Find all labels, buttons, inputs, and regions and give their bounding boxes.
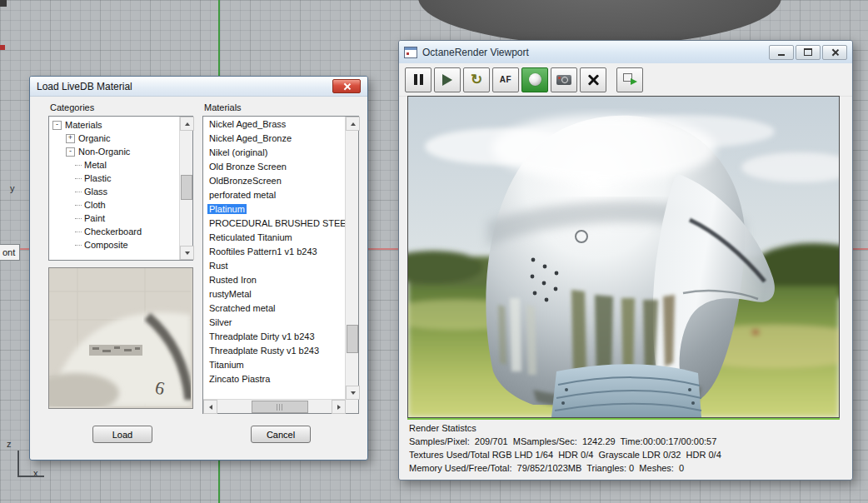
arrow-up-icon — [185, 122, 190, 126]
render-image — [408, 97, 839, 417]
material-item-label: OldBronzeScreen — [207, 176, 283, 186]
material-item-rust[interactable]: Rust — [204, 259, 346, 273]
material-item-label: Rusted Iron — [207, 275, 258, 285]
octane-toolbar: ↻ AF — [399, 63, 852, 97]
window-close-button[interactable] — [822, 45, 847, 60]
stop-render-button[interactable] — [580, 67, 606, 92]
arrow-up-icon — [351, 122, 356, 126]
tree-item-materials[interactable]: -Materials — [50, 118, 180, 132]
octane-title-bar[interactable]: OctaneRender Viewport — [399, 41, 852, 64]
tree-item-metal[interactable]: Metal — [50, 158, 180, 172]
octane-render-window: OctaneRender Viewport ↻ AF — [398, 40, 853, 481]
viewport-name-tab[interactable]: ont — [0, 244, 20, 261]
material-item-rooftiles-pattern1-v1-b243[interactable]: Rooftiles Pattern1 v1 b243 — [204, 245, 346, 259]
material-item-label: rustyMetal — [207, 289, 253, 299]
tree-item-label: Materials — [65, 120, 102, 130]
scroll-left-button[interactable] — [203, 400, 217, 414]
list-horizontal-scrollbar[interactable] — [203, 399, 346, 413]
material-item-threadplate-dirty-v1-b243[interactable]: Threadplate Dirty v1 b243 — [204, 330, 346, 344]
resume-render-button[interactable] — [434, 67, 461, 92]
tree-item-organic[interactable]: +Organic — [50, 132, 180, 145]
scrollbar-thumb[interactable] — [347, 325, 358, 353]
material-item-label: Reticulated Titanium — [207, 232, 294, 242]
material-item-reticulated-titanium[interactable]: Reticulated Titanium — [204, 231, 346, 245]
categories-label: Categories — [50, 102, 94, 112]
tree-item-paint[interactable]: Paint — [50, 212, 180, 225]
restart-render-button[interactable]: ↻ — [463, 67, 490, 92]
material-item-rusted-iron[interactable]: Rusted Iron — [204, 273, 346, 287]
render-statistics: Render Statistcs Samples/Pixel: 209/701 … — [409, 421, 846, 475]
minimize-button[interactable] — [769, 45, 794, 60]
expand-icon[interactable]: + — [66, 134, 75, 143]
material-item-label: perforated metal — [207, 190, 277, 200]
tree-connector — [75, 165, 82, 166]
model-silhouette — [418, 0, 781, 45]
material-item-procedural-brushed-steel[interactable]: PROCEDURAL BRUSHED STEEL — [204, 217, 346, 231]
af-label: AF — [500, 75, 511, 84]
scroll-down-button[interactable] — [180, 246, 194, 260]
material-item-label: Rust — [207, 261, 230, 271]
material-item-titanium[interactable]: Titanium — [204, 358, 346, 372]
collapse-icon[interactable]: - — [52, 121, 62, 130]
scrollbar-thumb[interactable] — [252, 401, 308, 413]
rhino-viewport-background: ont y z x Load LiveDB Material Categorie… — [0, 0, 868, 503]
maximize-button[interactable] — [796, 45, 821, 60]
pause-render-button[interactable] — [405, 67, 432, 92]
axis-gizmo-z-line — [17, 451, 19, 477]
material-item-label: Scratched metal — [207, 303, 277, 313]
material-item-nikel-original[interactable]: Nikel (original) — [204, 146, 346, 160]
scroll-right-button[interactable] — [332, 400, 346, 414]
arrow-down-icon — [185, 252, 190, 255]
dialog-close-button[interactable] — [332, 79, 361, 93]
scrollbar-corner — [346, 400, 358, 413]
cancel-button[interactable]: Cancel — [251, 426, 311, 443]
tree-item-label: Plastic — [84, 173, 111, 183]
material-item-label: Threadplate Rusty v1 b243 — [207, 346, 321, 356]
camera-picker-button[interactable] — [551, 67, 577, 92]
tree-item-label: Checkerboard — [84, 227, 142, 237]
material-item-nickel-aged-brass[interactable]: Nickel Aged_Brass — [204, 117, 346, 132]
render-view[interactable] — [407, 96, 840, 418]
list-vertical-scrollbar[interactable] — [345, 117, 358, 400]
material-preview-image: 6 — [49, 268, 191, 406]
axis-tick-mark — [0, 45, 5, 50]
tree-vertical-scrollbar[interactable] — [179, 117, 192, 260]
material-item-rustymetal[interactable]: rustyMetal — [204, 287, 346, 301]
scroll-up-button[interactable] — [346, 117, 360, 131]
scrollbar-thumb[interactable] — [181, 175, 192, 200]
material-item-platinum[interactable]: Platinum — [204, 202, 346, 217]
tree-item-non-organic[interactable]: -Non-Organic — [50, 145, 180, 158]
export-icon — [623, 73, 637, 86]
scroll-down-button[interactable] — [346, 386, 360, 400]
tree-item-plastic[interactable]: Plastic — [50, 172, 180, 185]
dialog-title-bar[interactable]: Load LiveDB Material — [30, 77, 367, 97]
stats-title: Render Statistcs — [409, 421, 846, 435]
viewport-name-label: ont — [2, 247, 15, 257]
tree-item-cloth[interactable]: Cloth — [50, 198, 180, 212]
material-item-zincato-piastra[interactable]: Zincato Piastra — [204, 372, 346, 386]
material-item-label: Silver — [207, 317, 234, 327]
material-item-threadplate-rusty-v1-b243[interactable]: Threadplate Rusty v1 b243 — [204, 344, 346, 358]
material-item-perforated-metal[interactable]: perforated metal — [204, 188, 346, 202]
material-item-oldbronzescreen[interactable]: OldBronzeScreen — [204, 174, 346, 188]
collapse-icon[interactable]: - — [66, 147, 75, 157]
material-item-old-bronze-screen[interactable]: Old Bronze Screen — [204, 160, 346, 174]
tree-item-label: Cloth — [84, 200, 106, 210]
stats-memory-line: Memory Used/Free/Total: 79/852/1023MB Tr… — [409, 461, 846, 475]
tree-item-checkerboard[interactable]: Checkerboard — [50, 225, 180, 238]
material-item-silver[interactable]: Silver — [204, 316, 346, 330]
close-icon — [343, 82, 351, 90]
autofocus-button[interactable]: AF — [492, 67, 519, 92]
material-picker-button[interactable] — [521, 67, 548, 92]
export-render-button[interactable] — [616, 67, 643, 92]
material-item-scratched-metal[interactable]: Scratched metal — [204, 301, 346, 316]
tree-item-glass[interactable]: Glass — [50, 185, 180, 198]
play-icon — [442, 74, 452, 86]
tree-connector — [75, 205, 82, 206]
stop-icon — [586, 73, 600, 87]
load-button[interactable]: Load — [92, 426, 152, 443]
tree-item-composite[interactable]: Composite — [50, 238, 180, 252]
material-item-nickel-aged-bronze[interactable]: Nickel Aged_Bronze — [204, 132, 346, 146]
scroll-up-button[interactable] — [180, 117, 194, 131]
material-preview: 6 — [48, 267, 193, 409]
